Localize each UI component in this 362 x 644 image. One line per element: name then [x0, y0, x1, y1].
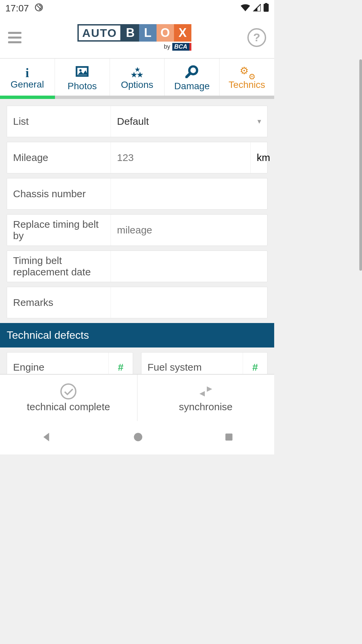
list-select[interactable]: Default — [111, 106, 267, 137]
tab-label: General — [11, 79, 44, 90]
tab-label: Options — [121, 79, 154, 90]
info-icon: i — [25, 66, 29, 79]
nav-recent-button[interactable] — [224, 432, 234, 443]
help-button[interactable]: ? — [247, 28, 266, 47]
status-bar: 17:07 — [0, 0, 274, 17]
svg-rect-2 — [265, 3, 267, 4]
check-circle-icon — [60, 383, 77, 400]
synchronise-button[interactable]: synchronise — [137, 375, 275, 421]
timing-belt-date-label: Timing belt replacement date — [7, 251, 111, 282]
mileage-row: Mileage km — [7, 142, 267, 173]
defects-section-header: Technical defects — [0, 323, 274, 347]
signal-icon — [253, 3, 261, 14]
chassis-input[interactable] — [111, 178, 267, 209]
stars-icon: ★★★ — [130, 66, 144, 79]
timing-belt-date-row: Timing belt replacement date — [7, 251, 267, 282]
tab-options[interactable]: ★★★ Options — [110, 59, 165, 96]
list-label: List — [7, 106, 111, 137]
tab-technics[interactable]: ⚙⚙ Technics — [220, 59, 274, 96]
mileage-input[interactable] — [111, 142, 250, 173]
remarks-row: Remarks — [7, 287, 267, 318]
tab-general[interactable]: i General — [0, 59, 55, 96]
chassis-label: Chassis number — [7, 178, 111, 209]
bca-logo: BCA — [172, 43, 191, 51]
tab-label: Photos — [68, 81, 97, 92]
tabs: i General Photos ★★★ Options Damage ⚙⚙ T… — [0, 59, 274, 96]
app-header: AUTO B L O X by BCA ? — [0, 17, 274, 59]
gears-icon: ⚙⚙ — [240, 66, 254, 79]
nav-home-button[interactable] — [133, 432, 143, 443]
defect-fuel-system[interactable]: Fuel system # — [141, 352, 267, 374]
defect-engine[interactable]: Engine # — [7, 352, 133, 374]
remarks-label: Remarks — [7, 287, 111, 318]
app-logo: AUTO B L O X by BCA — [77, 24, 191, 51]
timing-belt-by-row: Replace timing belt by — [7, 214, 267, 246]
defect-label: Fuel system — [141, 353, 243, 374]
footer: technical complete synchronise — [0, 374, 274, 421]
tab-progress — [0, 96, 274, 99]
tab-damage[interactable]: Damage — [165, 59, 220, 96]
list-row[interactable]: List Default — [7, 106, 267, 137]
timing-belt-date-input[interactable] — [111, 251, 267, 282]
footer-label: synchronise — [179, 401, 233, 413]
svg-point-7 — [134, 433, 142, 441]
wifi-icon — [241, 3, 250, 14]
content-area: List Default Mileage km Chassis number R… — [0, 99, 274, 374]
defect-hash[interactable]: # — [109, 353, 133, 374]
sync-arrows-icon — [197, 383, 214, 400]
svg-rect-1 — [263, 4, 268, 12]
status-time: 17:07 — [5, 3, 29, 14]
svg-rect-8 — [226, 434, 233, 441]
tab-photos[interactable]: Photos — [55, 59, 110, 96]
tab-label: Damage — [174, 81, 210, 92]
svg-point-6 — [61, 384, 76, 399]
photo-icon — [75, 65, 89, 78]
mileage-label: Mileage — [7, 142, 111, 173]
footer-label: technical complete — [27, 401, 110, 413]
tab-label: Technics — [229, 79, 265, 90]
magnifier-icon — [185, 65, 199, 78]
do-not-disturb-icon — [34, 3, 44, 14]
remarks-input[interactable] — [111, 287, 267, 318]
android-navbar — [0, 421, 274, 454]
nav-back-button[interactable] — [41, 431, 52, 444]
battery-icon — [263, 3, 269, 14]
timing-belt-by-input[interactable] — [111, 215, 267, 246]
technical-complete-button[interactable]: technical complete — [0, 375, 137, 421]
logo-by-text: by — [164, 43, 170, 50]
timing-belt-by-label: Replace timing belt by — [7, 215, 111, 246]
menu-button[interactable] — [8, 32, 21, 43]
defect-hash[interactable]: # — [243, 353, 267, 374]
mileage-unit-select[interactable]: km — [250, 142, 274, 173]
chassis-row: Chassis number — [7, 178, 267, 210]
defect-label: Engine — [7, 353, 109, 374]
svg-point-4 — [79, 69, 82, 71]
